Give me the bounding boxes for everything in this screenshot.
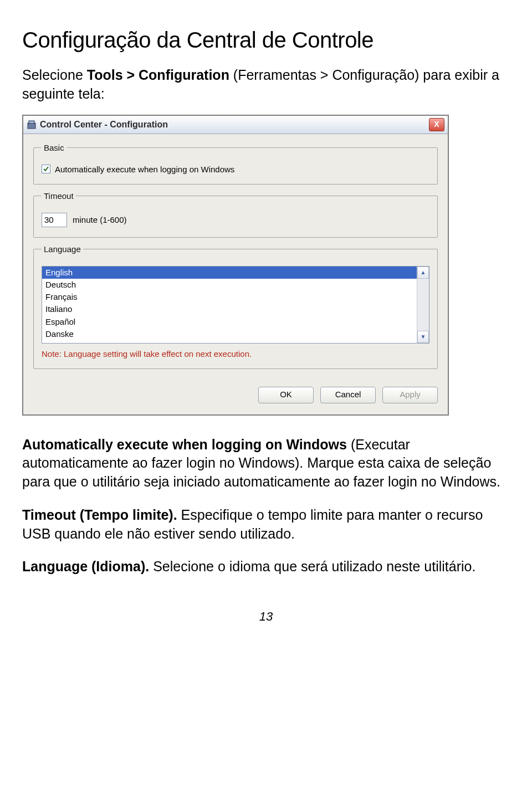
config-dialog: Control Center - Configuration X Basic A…: [22, 115, 449, 416]
language-note: Note: Language setting will take effect …: [42, 349, 429, 359]
page-heading: Configuração da Central de Controle: [22, 28, 510, 53]
p3-bold: Language (Idioma).: [22, 559, 149, 574]
listbox-scrollbar[interactable]: ▲ ▼: [417, 267, 429, 343]
timeout-unit-label: minute (1-600): [73, 215, 127, 224]
dialog-body: Basic Automatically execute when logging…: [23, 134, 448, 414]
p3-rest: Selecione o idioma que será utilizado ne…: [149, 559, 475, 574]
list-item[interactable]: Danske: [42, 328, 417, 340]
timeout-input[interactable]: [42, 213, 67, 227]
auto-execute-label: Automatically execute when logging on Wi…: [55, 165, 234, 174]
list-item[interactable]: Italiano: [42, 303, 417, 315]
titlebar: Control Center - Configuration X: [23, 116, 448, 134]
apply-button[interactable]: Apply: [382, 387, 438, 403]
ok-button[interactable]: OK: [258, 387, 314, 403]
intro-prefix: Selecione: [22, 67, 87, 83]
list-item[interactable]: Deutsch: [42, 279, 417, 291]
app-icon: [27, 120, 37, 130]
list-item[interactable]: Français: [42, 291, 417, 303]
language-listbox[interactable]: EnglishDeutschFrançaisItalianoEspañolDan…: [42, 266, 429, 344]
paragraph-timeout: Timeout (Tempo limite). Especifique o te…: [22, 506, 510, 544]
scroll-up-icon[interactable]: ▲: [417, 267, 429, 279]
p2-bold: Timeout (Tempo limite).: [22, 507, 177, 523]
auto-execute-row: Automatically execute when logging on Wi…: [42, 165, 429, 174]
timeout-group: Timeout minute (1-600): [33, 191, 438, 238]
language-legend: Language: [42, 244, 83, 254]
paragraph-language: Language (Idioma). Selecione o idioma qu…: [22, 557, 510, 576]
page-number: 13: [22, 610, 510, 624]
scroll-down-icon[interactable]: ▼: [417, 331, 429, 343]
dialog-title: Control Center - Configuration: [40, 120, 426, 130]
language-group: Language EnglishDeutschFrançaisItalianoE…: [33, 244, 438, 369]
svg-rect-1: [29, 121, 34, 124]
basic-legend: Basic: [42, 143, 66, 152]
list-item[interactable]: Español: [42, 316, 417, 328]
p1-bold: Automatically execute when logging on Wi…: [22, 437, 347, 452]
intro-menu-path: Tools > Configuration: [87, 67, 229, 83]
intro-paragraph: Selecione Tools > Configuration (Ferrame…: [22, 66, 510, 104]
timeout-legend: Timeout: [42, 191, 76, 201]
cancel-button[interactable]: Cancel: [320, 387, 376, 403]
close-button[interactable]: X: [429, 118, 444, 131]
dialog-button-row: OK Cancel Apply: [33, 387, 438, 403]
paragraph-auto-execute: Automatically execute when logging on Wi…: [22, 436, 510, 491]
list-item[interactable]: English: [42, 267, 417, 279]
auto-execute-checkbox[interactable]: [42, 165, 50, 173]
basic-group: Basic Automatically execute when logging…: [33, 143, 438, 185]
